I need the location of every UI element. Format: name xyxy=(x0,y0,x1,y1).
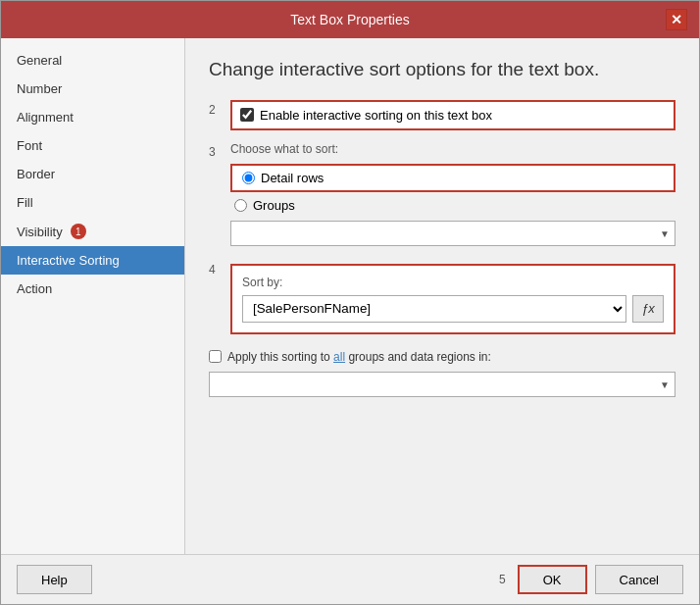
sidebar-item-alignment[interactable]: Alignment xyxy=(1,103,184,131)
step3-row: 3 Choose what to sort: Detail rows xyxy=(209,142,675,246)
sidebar-item-interactive-sorting[interactable]: Interactive Sorting xyxy=(1,246,184,275)
apply-label: Apply this sorting to xyxy=(227,350,330,364)
apply-checkbox[interactable] xyxy=(209,350,222,363)
sidebar-item-visibility[interactable]: Visibility 1 xyxy=(1,217,184,246)
footer: Help 5 OK Cancel xyxy=(1,554,699,604)
detail-rows-label: Detail rows xyxy=(261,171,324,185)
footer-step-num: 5 xyxy=(499,573,506,586)
title-bar: Text Box Properties ✕ xyxy=(1,1,699,38)
close-button[interactable]: ✕ xyxy=(666,9,687,30)
groups-option[interactable]: Groups xyxy=(234,198,675,213)
dialog: Text Box Properties ✕ General Number Ali… xyxy=(0,0,700,605)
sort-by-dropdown[interactable]: [SalePersonFName] xyxy=(242,295,626,323)
footer-right: 5 OK Cancel xyxy=(499,565,683,594)
sort-by-label: Sort by: xyxy=(242,276,664,289)
help-button[interactable]: Help xyxy=(17,565,92,594)
sort-options-container: Choose what to sort: Detail rows Groups xyxy=(230,142,675,246)
step3-num: 3 xyxy=(209,145,225,159)
visibility-badge: 1 xyxy=(71,224,86,239)
close-icon: ✕ xyxy=(671,12,682,27)
sidebar-item-general[interactable]: General xyxy=(1,46,184,75)
ok-button[interactable]: OK xyxy=(518,565,587,594)
sort-by-row: [SalePersonFName] ƒx xyxy=(242,295,664,323)
detail-rows-radio[interactable] xyxy=(242,172,255,184)
enable-sorting-box: Enable interactive sorting on this text … xyxy=(230,100,675,130)
page-title: Change interactive sort options for the … xyxy=(209,58,675,82)
sidebar-label-interactive-sorting: Interactive Sorting xyxy=(17,253,120,268)
apply-checkbox-row: Apply this sorting to all groups and dat… xyxy=(209,350,675,364)
step4-row: 4 Sort by: [SalePersonFName] ƒx xyxy=(209,260,675,334)
step4-num: 4 xyxy=(209,263,225,277)
step2-row: 2 Enable interactive sorting on this tex… xyxy=(209,100,675,130)
step4-section: 4 Sort by: [SalePersonFName] ƒx xyxy=(209,260,675,334)
apply-section: Apply this sorting to all groups and dat… xyxy=(209,350,675,397)
apply-dropdown-wrapper: ▼ xyxy=(209,372,675,397)
sidebar-label-font: Font xyxy=(17,138,42,153)
detail-rows-option[interactable]: Detail rows xyxy=(230,164,675,192)
sidebar-item-action[interactable]: Action xyxy=(1,275,184,303)
sidebar-item-font[interactable]: Font xyxy=(1,131,184,160)
step2-num: 2 xyxy=(209,103,225,117)
groups-radio[interactable] xyxy=(234,199,247,212)
sort-by-box: Sort by: [SalePersonFName] ƒx xyxy=(230,264,675,334)
sort-label: Choose what to sort: xyxy=(230,142,675,156)
enable-sorting-label: Enable interactive sorting on this text … xyxy=(260,108,492,123)
main-content: Change interactive sort options for the … xyxy=(185,38,699,554)
fx-icon: ƒx xyxy=(641,301,655,316)
apply-highlight: all xyxy=(333,350,345,364)
radio-group: Detail rows Groups xyxy=(230,164,675,213)
dialog-title: Text Box Properties xyxy=(34,12,666,27)
cancel-button[interactable]: Cancel xyxy=(595,565,683,594)
sidebar-label-general: General xyxy=(17,53,62,68)
apply-text: Apply this sorting to all groups and dat… xyxy=(227,350,491,364)
dialog-body: General Number Alignment Font Border Fil… xyxy=(1,38,699,554)
apply-suffix: groups and data regions in: xyxy=(348,350,490,364)
sidebar: General Number Alignment Font Border Fil… xyxy=(1,38,185,554)
enable-sorting-checkbox-row: Enable interactive sorting on this text … xyxy=(240,108,666,123)
sidebar-label-action: Action xyxy=(17,281,52,296)
apply-dropdown[interactable] xyxy=(209,372,675,397)
sidebar-label-visibility: Visibility xyxy=(17,225,63,239)
enable-sorting-checkbox[interactable] xyxy=(240,108,254,122)
sidebar-label-border: Border xyxy=(17,167,55,181)
sidebar-label-fill: Fill xyxy=(17,195,33,210)
step3-section: 3 Choose what to sort: Detail rows xyxy=(209,142,675,246)
groups-dropdown-wrapper: ▼ xyxy=(230,221,675,246)
sidebar-item-border[interactable]: Border xyxy=(1,160,184,188)
sidebar-item-fill[interactable]: Fill xyxy=(1,188,184,217)
fx-button[interactable]: ƒx xyxy=(632,295,664,323)
groups-dropdown[interactable] xyxy=(230,221,675,246)
groups-label: Groups xyxy=(253,198,295,213)
sidebar-item-number[interactable]: Number xyxy=(1,75,184,103)
sidebar-label-number: Number xyxy=(17,81,62,96)
sidebar-label-alignment: Alignment xyxy=(17,110,74,125)
